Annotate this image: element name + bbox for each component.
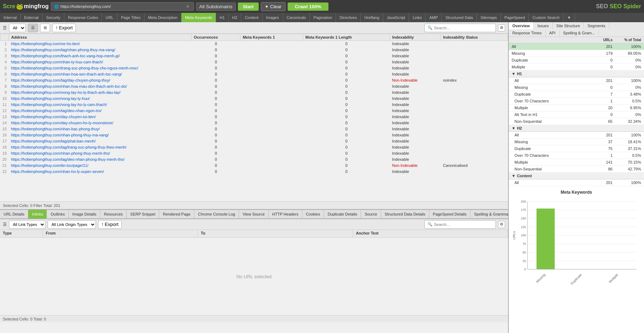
row-address[interactable]: https://hotienphongthuy.com/nhan-ho-ly-s… xyxy=(9,169,192,175)
row-address[interactable]: https://hotienphongthuy.com/nhan-hoa-sen… xyxy=(9,71,192,77)
overview-row-h2[interactable]: Duplicate 75 37.31% xyxy=(509,145,644,152)
link-origin-filter[interactable]: All Link Origin Types xyxy=(48,220,96,229)
col-idx-status[interactable]: Indexability Status xyxy=(441,34,508,41)
bottom-tab-rendered-page[interactable]: Rendered Page xyxy=(159,210,194,218)
row-address[interactable]: https://hotienphongthuy.com/day-chuyen-t… xyxy=(9,114,192,120)
nav-tab-internal[interactable]: Internal xyxy=(0,13,21,22)
bottom-tab-image-details[interactable]: Image Details xyxy=(69,210,100,218)
overview-tab-spelling-&-gram...[interactable]: Spelling & Gram... xyxy=(560,29,599,37)
content-section-header[interactable]: ▼Content xyxy=(509,173,644,179)
col-kw1[interactable]: Meta Keywords 1 xyxy=(240,34,303,41)
table-row[interactable]: 12 https://hotienphongthuy.com/tag/deo-n… xyxy=(0,108,508,114)
overview-row-h1[interactable]: Missing 0 0% xyxy=(509,84,644,91)
row-address[interactable]: https://hotienphongthuy.com/ve-ho-tien/ xyxy=(9,41,192,47)
overview-row-content[interactable]: All 201 100% xyxy=(509,179,644,186)
table-row[interactable]: 14 https://hotienphongthuy.com/day-chuye… xyxy=(0,120,508,126)
table-row[interactable]: 9 https://hotienphongthuy.com/vong-tay-h… xyxy=(0,90,508,96)
nav-tab-custom-search[interactable]: Custom Search xyxy=(529,13,564,22)
nav-tab-meta-description[interactable]: Meta Description xyxy=(145,13,182,22)
overview-row-h2[interactable]: All 201 100% xyxy=(509,132,644,139)
table-row[interactable]: 1 https://hotienphongthuy.com/ve-ho-tien… xyxy=(0,41,508,47)
bottom-search-input[interactable] xyxy=(434,222,493,227)
row-address[interactable]: https://hotienphongthuy.com/trang-suc-ph… xyxy=(9,65,192,71)
nav-tab-structured-data[interactable]: Structured Data xyxy=(442,13,477,22)
clear-btn[interactable]: ✦ Clear xyxy=(261,2,286,11)
row-address[interactable]: https://hotienphongthuy.com/tin-tuc/page… xyxy=(9,163,192,169)
overview-row-h1[interactable]: Multiple 20 9.95% xyxy=(509,105,644,111)
bottom-tab-duplicate-details[interactable]: Duplicate Details xyxy=(324,210,361,218)
overview-row-mk[interactable]: Missing 179 89.05% xyxy=(509,50,644,57)
bottom-tab-inlinks[interactable]: Inlinks xyxy=(28,210,47,218)
col-address[interactable]: Address xyxy=(9,34,192,41)
overview-row-h1[interactable]: Over 70 Characters 1 0.5% xyxy=(509,98,644,105)
bottom-export-btn[interactable]: ↑ Export xyxy=(98,220,122,229)
row-address[interactable]: https://hotienphongthuy.com/nhan-hoa-mau… xyxy=(9,83,192,90)
nav-tab-response-codes[interactable]: Response Codes xyxy=(64,13,102,22)
url-close-icon[interactable]: ✕ xyxy=(185,4,191,9)
table-row[interactable]: 5 https://hotienphongthuy.com/trang-suc-… xyxy=(0,65,508,71)
nav-tab-h1[interactable]: H1 xyxy=(216,13,229,22)
nav-tab-links[interactable]: Links xyxy=(409,13,426,22)
table-row[interactable]: 4 https://hotienphongthuy.com/nhan-ty-hu… xyxy=(0,59,508,65)
data-table-scroll[interactable]: Address Occurrences Meta Keywords 1 Meta… xyxy=(0,34,508,201)
table-row[interactable]: 17 https://hotienphongthuy.com/tag/phat-… xyxy=(0,138,508,144)
filter-options-icon[interactable]: ⚙ xyxy=(498,24,505,32)
overview-row-h2[interactable]: Over 70 Characters 1 0.5% xyxy=(509,152,644,159)
overview-row-mk[interactable]: Duplicate 0 0% xyxy=(509,57,644,64)
bottom-tab-cookies[interactable]: Cookies xyxy=(302,210,324,218)
table-row[interactable]: 22 https://hotienphongthuy.com/nhan-ho-l… xyxy=(0,169,508,175)
row-address[interactable]: https://hotienphongthuy.com/thach-anh-to… xyxy=(9,53,192,59)
overview-row-mk[interactable]: Multiple 0 0% xyxy=(509,64,644,71)
table-row[interactable]: 13 https://hotienphongthuy.com/day-chuye… xyxy=(0,114,508,120)
row-address[interactable]: https://hotienphongthuy.com/tag/deo-nhan… xyxy=(9,108,192,114)
list-view-btn[interactable]: ☰ xyxy=(28,24,38,32)
bottom-tab-spelling-&-grammar-details[interactable]: Spelling & Grammar Details xyxy=(470,210,508,218)
overview-row-mk[interactable]: All 201 100% xyxy=(509,43,644,50)
crawl-progress-btn[interactable]: Crawl 100% xyxy=(288,3,328,11)
nav-tab-page-titles[interactable]: Page Titles xyxy=(117,13,144,22)
bottom-tab-url-details[interactable]: URL Details xyxy=(0,210,28,218)
bottom-tab-resources[interactable]: Resources xyxy=(100,210,127,218)
overview-row-h1[interactable]: Non-Sequential 65 32.34% xyxy=(509,118,644,125)
bottom-tab-outlinks[interactable]: Outlinks xyxy=(47,210,69,218)
table-row[interactable]: 20 https://hotienphongthuy.com/tag/deo-n… xyxy=(0,156,508,163)
overview-tab-issues[interactable]: Issues xyxy=(534,22,553,29)
nav-tab-amp[interactable]: AMP xyxy=(426,13,442,22)
nav-tab-hreflang[interactable]: Hreflang xyxy=(361,13,383,22)
table-row[interactable]: 18 https://hotienphongthuy.com/tag/trang… xyxy=(0,144,508,150)
col-indexability[interactable]: Indexability xyxy=(390,34,441,41)
nav-tab-meta-keywords[interactable]: Meta Keywords xyxy=(181,13,216,22)
row-address[interactable]: https://hotienphongthuy.com/tag/trang-su… xyxy=(9,144,192,150)
nav-tab-directives[interactable]: Directives xyxy=(336,13,361,22)
bottom-tab-chrome-console-log[interactable]: Chrome Console Log xyxy=(194,210,239,218)
row-address[interactable]: https://hotienphongthuy.com/tag/deo-nhan… xyxy=(9,156,192,163)
table-row[interactable]: 16 https://hotienphongthuy.com/nhan-phon… xyxy=(0,132,508,138)
nav-tab-▼[interactable]: ▼ xyxy=(564,13,575,22)
row-address[interactable]: https://hotienphongthuy.com/vong-tay-ho-… xyxy=(9,90,192,96)
row-address[interactable]: https://hotienphongthuy.com/tag/day-chuy… xyxy=(9,77,192,83)
nav-tab-url[interactable]: URL xyxy=(102,13,117,22)
table-row[interactable]: 7 https://hotienphongthuy.com/tag/day-ch… xyxy=(0,77,508,83)
table-row[interactable]: 21 https://hotienphongthuy.com/tin-tuc/p… xyxy=(0,163,508,169)
table-row[interactable]: 2 https://hotienphongthuy.com/tag/nhan-p… xyxy=(0,47,508,53)
overview-tab-api[interactable]: API xyxy=(546,29,560,37)
nav-tab-canonicals[interactable]: Canonicals xyxy=(283,13,310,22)
bottom-filter-icon[interactable]: ⚙ xyxy=(498,221,505,228)
export-btn[interactable]: ↑ Export xyxy=(52,24,76,32)
row-address[interactable]: https://hotienphongthuy.com/nhan-phong-t… xyxy=(9,150,192,156)
row-address[interactable]: https://hotienphongthuy.com/nhan-ty-huu-… xyxy=(9,59,192,65)
bottom-tab-source[interactable]: Source xyxy=(361,210,381,218)
filter-select[interactable]: All xyxy=(9,24,26,32)
bottom-tab-view-source[interactable]: View Source xyxy=(239,210,269,218)
nav-tab-pagespeed[interactable]: PageSpeed xyxy=(501,13,529,22)
row-address[interactable]: https://hotienphongthuy.com/day-chuyen-h… xyxy=(9,120,192,126)
search-input[interactable] xyxy=(434,26,493,30)
overview-row-h2[interactable]: Non-Sequential 86 42.79% xyxy=(509,166,644,173)
nav-tab-sitemaps[interactable]: Sitemaps xyxy=(477,13,501,22)
subdomain-btn[interactable]: All Subdomains xyxy=(196,3,236,11)
table-row[interactable]: 15 https://hotienphongthuy.com/nhan-bac-… xyxy=(0,126,508,132)
nav-tab-security[interactable]: Security xyxy=(43,13,64,22)
overview-row-h2[interactable]: Missing 37 18.41% xyxy=(509,139,644,145)
link-type-filter[interactable]: All Link Types xyxy=(9,220,45,229)
nav-tab-content[interactable]: Content xyxy=(241,13,263,22)
